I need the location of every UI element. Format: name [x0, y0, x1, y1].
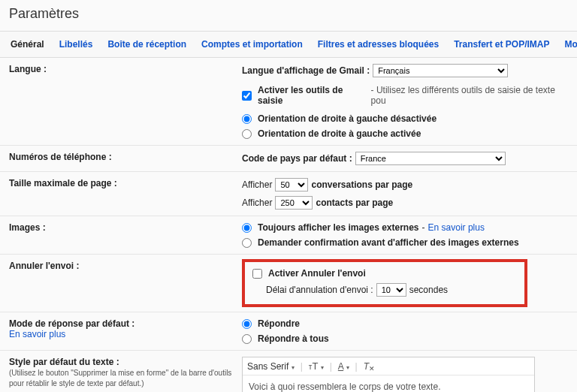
label-undo-send: Annuler l'envoi : [9, 261, 242, 306]
chevron-down-icon: ▾ [292, 364, 295, 371]
label-reply-mode: Mode de réponse par défaut : [9, 318, 134, 329]
reply-label: Répondre [258, 318, 300, 329]
label-language: Langue : [9, 64, 242, 139]
font-color-menu[interactable]: A ▾ [338, 361, 349, 372]
row-reply-mode: Mode de réponse par défaut : En savoir p… [0, 312, 577, 351]
rtl-on-radio[interactable] [242, 129, 252, 139]
undo-delay-suffix: secondes [409, 285, 448, 295]
undo-delay-select[interactable]: 10 [376, 283, 406, 297]
font-family-menu[interactable]: Sans Serif ▾ [247, 361, 295, 372]
text-style-box: Sans Serif ▾ | тT ▾ | A ▾ | T✕ Voici à q [242, 357, 535, 392]
conversations-suffix: conversations par page [311, 179, 412, 190]
rtl-on-label: Orientation de droite à gauche activée [258, 128, 421, 139]
label-images: Images : [9, 222, 242, 248]
show-text-1: Afficher [242, 179, 272, 190]
images-always-label: Toujours afficher les images externes [258, 222, 419, 233]
input-tools-checkbox[interactable] [242, 91, 252, 101]
reply-all-radio[interactable] [242, 334, 252, 344]
clear-formatting-icon: T [364, 361, 369, 372]
contacts-suffix: contacts par page [316, 198, 393, 208]
reply-all-label: Répondre à tous [258, 333, 329, 344]
undo-send-highlight: Activer Annuler l'envoi Délai d'annulati… [242, 259, 527, 307]
show-text-2: Afficher [242, 198, 272, 208]
images-always-radio[interactable] [242, 223, 252, 233]
tab-filters[interactable]: Filtres et adresses bloquées [310, 32, 446, 57]
font-size-menu[interactable]: тT ▾ [309, 360, 324, 372]
text-style-sample: Voici à quoi ressemblera le corps de vot… [243, 375, 534, 392]
undo-send-enable-label: Activer Annuler l'envoi [268, 268, 366, 279]
input-tools-hint: - Utilisez les différents outils de sais… [371, 85, 568, 106]
reply-learn-more-link[interactable]: En savoir plus [9, 329, 65, 339]
rtl-off-label: Orientation de droite à gauche désactivé… [258, 113, 437, 124]
country-code-select[interactable]: France [355, 152, 506, 165]
tab-forwarding[interactable]: Transfert et POP/IMAP [446, 32, 557, 57]
images-ask-label: Demander confirmation avant d'afficher d… [258, 237, 519, 248]
contacts-per-page-select[interactable]: 250 [275, 196, 313, 210]
tab-inbox[interactable]: Boîte de réception [100, 32, 194, 57]
row-phone: Numéros de téléphone : Code de pays par … [0, 146, 577, 172]
row-pagesize: Taille maximale de page : Afficher 50 co… [0, 172, 577, 216]
undo-delay-label: Délai d'annulation d'envoi : [266, 285, 373, 295]
row-undo-send: Annuler l'envoi : Activer Annuler l'envo… [0, 255, 577, 312]
display-language-select[interactable]: Français [373, 64, 508, 77]
chevron-down-icon: ▾ [346, 364, 349, 371]
row-images: Images : Toujours afficher les images ex… [0, 216, 577, 255]
rtl-off-radio[interactable] [242, 114, 252, 124]
conversations-per-page-select[interactable]: 50 [275, 178, 308, 191]
display-language-label: Langue d'affichage de Gmail : [242, 65, 370, 76]
label-pagesize: Taille maximale de page : [9, 178, 242, 210]
text-size-large-icon: T [312, 360, 318, 372]
text-color-icon: A [338, 361, 343, 372]
images-learn-more-link[interactable]: En savoir plus [428, 222, 485, 233]
tabs-bar: Général Libellés Boîte de réception Comp… [0, 31, 577, 58]
clear-formatting-button[interactable]: T✕ [364, 361, 375, 372]
page-title: Paramètres [0, 0, 577, 31]
country-code-label: Code de pays par défaut : [242, 153, 352, 164]
row-language: Langue : Langue d'affichage de Gmail : F… [0, 58, 577, 146]
reply-radio[interactable] [242, 319, 252, 329]
text-style-sublabel: (Utilisez le bouton "Supprimer la mise e… [9, 369, 231, 387]
images-ask-radio[interactable] [242, 238, 252, 248]
tab-accounts[interactable]: Comptes et importation [194, 32, 310, 57]
undo-send-checkbox[interactable] [252, 269, 262, 279]
tab-modules[interactable]: Modul [557, 32, 577, 57]
label-phone: Numéros de téléphone : [9, 152, 242, 165]
chevron-down-icon: ▾ [321, 364, 324, 371]
input-tools-label: Activer les outils de saisie [258, 85, 368, 106]
tab-labels[interactable]: Libellés [52, 32, 101, 57]
row-text-style: Style par défaut du texte : (Utilisez le… [0, 351, 577, 392]
label-text-style: Style par défaut du texte : [9, 357, 119, 367]
tab-general[interactable]: Général [3, 32, 52, 57]
